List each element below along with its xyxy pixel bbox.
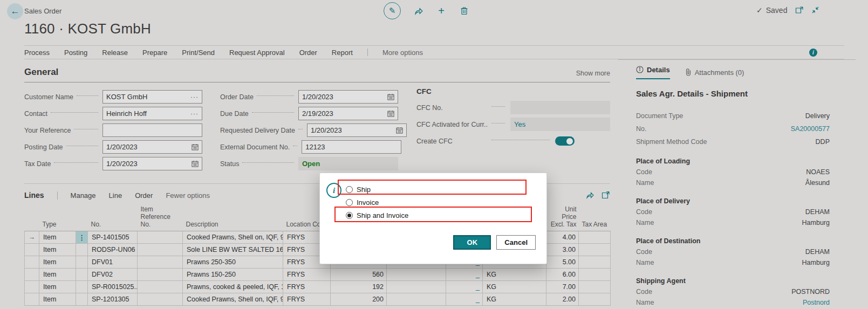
dialog-info-icon: i bbox=[326, 183, 341, 198]
radio-ship-and-invoice[interactable]: Ship and Invoice bbox=[346, 209, 408, 222]
radio-ship-label: Ship bbox=[357, 186, 371, 194]
radio-circle-selected[interactable] bbox=[346, 212, 353, 219]
radio-invoice[interactable]: Invoice bbox=[346, 196, 408, 209]
sales-order-page: ← Sales Order ✎ + ✓ Saved bbox=[0, 0, 868, 309]
radio-circle-unselected[interactable] bbox=[346, 186, 353, 193]
cancel-button[interactable]: Cancel bbox=[496, 235, 536, 250]
post-document-dialog: i Ship Invoice Ship and Invoice OK Cance… bbox=[319, 173, 547, 264]
posting-options: Ship Invoice Ship and Invoice bbox=[346, 183, 408, 222]
radio-invoice-label: Invoice bbox=[357, 198, 379, 207]
radio-circle-unselected[interactable] bbox=[346, 199, 353, 206]
radio-ship[interactable]: Ship bbox=[346, 183, 408, 196]
ok-button[interactable]: OK bbox=[453, 235, 491, 250]
radio-ship-and-invoice-label: Ship and Invoice bbox=[357, 211, 408, 219]
dialog-buttons: OK Cancel bbox=[453, 235, 536, 250]
info-glyph: i bbox=[333, 186, 335, 195]
